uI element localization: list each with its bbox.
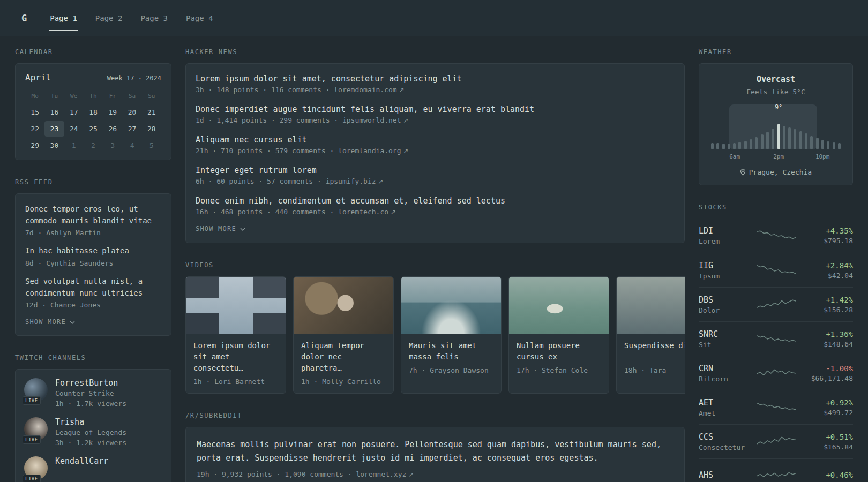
- video-thumbnail[interactable]: [617, 277, 685, 334]
- hackernews-item-domain-link[interactable]: ipsumworld.net: [342, 116, 401, 124]
- video-title[interactable]: Nullam posuere cursus ex: [517, 340, 601, 363]
- twitch-channel-game: League of Legends: [55, 428, 126, 436]
- stock-row[interactable]: AHS +0.46%: [699, 458, 853, 482]
- hackernews-item-meta: 21h · 710 points · 579 comments · loreml…: [196, 147, 675, 155]
- rss-item-meta: 12d · Chance Jones: [25, 301, 161, 309]
- video-card[interactable]: Lorem ipsum dolor sit amet consectetu… 1…: [185, 276, 286, 394]
- rss-item-title[interactable]: Donec tempor eros leo, ut commodo mauris…: [25, 204, 161, 227]
- weather-bar: [810, 136, 813, 149]
- rss-item-title[interactable]: In hac habitasse platea: [25, 245, 161, 257]
- video-title[interactable]: Mauris sit amet massa felis: [409, 340, 493, 363]
- stock-row[interactable]: AET Amet +0.92% $499.72: [699, 390, 853, 424]
- twitch-channel-row[interactable]: LIVE KendallCarr: [24, 456, 162, 480]
- weekday-label: We: [64, 89, 84, 103]
- hackernews-item-domain-link[interactable]: loremdomain.com: [334, 86, 396, 94]
- video-meta: 17h · Stefan Cole: [517, 366, 601, 374]
- hackernews-item-domain-link[interactable]: ipsumify.biz: [326, 177, 376, 185]
- hackernews-show-more-button[interactable]: SHOW MORE: [196, 225, 245, 232]
- weather-time-axis: 6am 2pm 10pm: [710, 153, 842, 161]
- video-thumbnail[interactable]: [294, 277, 393, 334]
- nav-divider: [38, 12, 38, 24]
- hackernews-item-title[interactable]: Integer eget rutrum lorem: [196, 165, 675, 175]
- weather-bar: [821, 140, 824, 149]
- video-title[interactable]: Aliquam tempor dolor nec pharetra…: [301, 340, 386, 374]
- calendar-day: 25: [84, 121, 103, 137]
- tab-page-4[interactable]: Page 4: [185, 11, 214, 26]
- middle-column: HACKER NEWS Lorem ipsum dolor sit amet, …: [185, 48, 685, 482]
- hackernews-item-title[interactable]: Aliquam nec cursus elit: [196, 135, 675, 145]
- subreddit-widget: /R/SUBREDDIT Maecenas mollis pulvinar er…: [185, 412, 685, 482]
- video-title[interactable]: Suspendisse diam: [624, 340, 685, 363]
- video-card[interactable]: Nullam posuere cursus ex 17h · Stefan Co…: [508, 276, 609, 394]
- top-nav: G Page 1 Page 2 Page 3 Page 4: [0, 0, 868, 36]
- stock-price: $795.18: [804, 237, 853, 245]
- hackernews-item-title[interactable]: Donec imperdiet augue tincidunt felis al…: [196, 104, 675, 114]
- twitch-widget-title: TWITCH CHANNELS: [15, 354, 171, 362]
- weather-bar: [827, 141, 829, 149]
- weather-location: Prague, Czechia: [710, 168, 842, 176]
- tab-page-1[interactable]: Page 1: [49, 11, 78, 26]
- tab-page-3[interactable]: Page 3: [139, 11, 169, 26]
- hackernews-item: Integer eget rutrum lorem 6h · 60 points…: [196, 165, 675, 185]
- stock-sparkline: [749, 401, 804, 415]
- video-title[interactable]: Lorem ipsum dolor sit amet consectetu…: [193, 340, 278, 374]
- video-thumbnail[interactable]: [186, 277, 286, 334]
- hackernews-card: Lorem ipsum dolor sit amet, consectetur …: [185, 63, 685, 243]
- stock-row[interactable]: IIG Ipsum +2.84% $42.04: [699, 253, 853, 287]
- stock-values: +1.36% $148.64: [804, 330, 853, 348]
- video-thumbnail[interactable]: [509, 277, 609, 334]
- external-link-icon: ↗: [378, 178, 384, 185]
- calendar-day: 17: [64, 104, 84, 120]
- stock-row[interactable]: CCS Consectetur +0.51% $165.84: [699, 424, 853, 458]
- rss-item: In hac habitasse platea 8d · Cynthia Sau…: [25, 245, 161, 267]
- hackernews-item-domain-link[interactable]: loremlandia.org: [338, 147, 401, 155]
- calendar-day: 22: [25, 121, 44, 137]
- weather-bar: [722, 144, 725, 149]
- stock-row[interactable]: CRN Bitcorn -1.00% $66,171.48: [699, 356, 853, 390]
- weather-bar: [794, 129, 796, 149]
- hackernews-item-domain-link[interactable]: loremtech.co: [338, 208, 388, 216]
- calendar-day-selected: 23: [44, 121, 64, 137]
- avatar: LIVE: [24, 378, 48, 402]
- weather-bar-chart: 9°: [710, 104, 842, 149]
- subreddit-post-title[interactable]: Maecenas mollis pulvinar erat non posuer…: [197, 438, 674, 465]
- weather-bar: [783, 126, 785, 149]
- subreddit-post-domain-link[interactable]: loremnet.xyz: [356, 470, 406, 478]
- stock-price: $499.72: [804, 409, 853, 417]
- hackernews-item-title[interactable]: Lorem ipsum dolor sit amet, consectetur …: [196, 74, 675, 84]
- hackernews-item-meta: 16h · 468 points · 440 comments · loremt…: [196, 208, 675, 216]
- twitch-channel-row[interactable]: LIVE ForrestBurton Counter-Strike 1h · 1…: [24, 378, 162, 408]
- twitch-channel-name[interactable]: KendallCarr: [55, 456, 108, 466]
- stock-row[interactable]: LDI Lorem +4.35% $795.18: [699, 219, 853, 253]
- video-card[interactable]: Aliquam tempor dolor nec pharetra… 1h · …: [293, 276, 394, 394]
- stock-price: $66,171.48: [804, 374, 853, 382]
- weather-widget-title: WEATHER: [699, 48, 853, 56]
- calendar-day-next-month: 5: [142, 138, 161, 153]
- stock-name: Dolor: [699, 306, 749, 314]
- weather-bar: [744, 141, 747, 149]
- video-thumbnail[interactable]: [401, 277, 501, 334]
- hackernews-item: Donec enim nibh, condimentum et accumsan…: [196, 196, 675, 216]
- twitch-channel-row[interactable]: LIVE Trisha League of Legends 3h · 1.2k …: [24, 417, 162, 447]
- tab-page-2[interactable]: Page 2: [94, 11, 124, 26]
- weekday-label: Su: [142, 89, 161, 103]
- stock-sparkline: [749, 229, 804, 243]
- twitch-channel-game: Counter-Strike: [55, 389, 126, 397]
- stock-price: $165.84: [804, 443, 853, 451]
- video-card[interactable]: Mauris sit amet massa felis 7h · Grayson…: [401, 276, 502, 394]
- rss-show-more-button[interactable]: SHOW MORE: [25, 318, 75, 326]
- twitch-channel-name[interactable]: Trisha: [55, 417, 126, 427]
- stock-change: +2.84%: [804, 261, 853, 270]
- stock-row[interactable]: DBS Dolor +1.42% $156.28: [699, 287, 853, 321]
- stock-id: CRN Bitcorn: [699, 364, 749, 383]
- app-logo[interactable]: G: [21, 13, 27, 24]
- rss-item: Donec tempor eros leo, ut commodo mauris…: [25, 204, 161, 237]
- hackernews-item-title[interactable]: Donec enim nibh, condimentum et accumsan…: [196, 196, 675, 206]
- stock-price: $148.64: [804, 340, 853, 348]
- stock-row[interactable]: SNRC Sit +1.36% $148.64: [699, 321, 853, 356]
- video-card[interactable]: Suspendisse diam 18h · Tara: [616, 276, 685, 394]
- twitch-channel-name[interactable]: ForrestBurton: [55, 378, 126, 388]
- stock-values: +0.92% $499.72: [804, 398, 853, 417]
- stock-values: +1.42% $156.28: [804, 296, 853, 314]
- rss-item-title[interactable]: Sed volutpat nulla nisl, a condimentum n…: [25, 276, 161, 299]
